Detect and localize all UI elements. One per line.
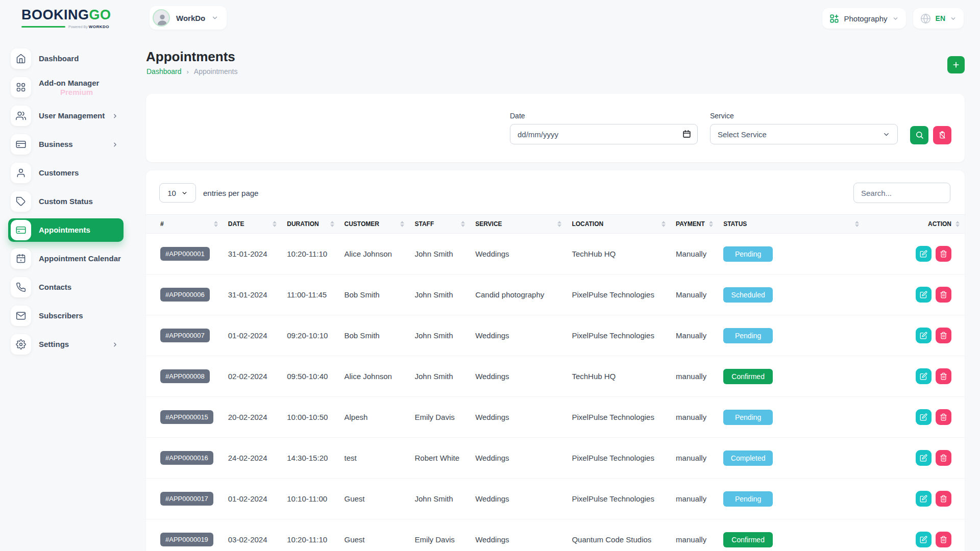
calendar-icon[interactable] [682,130,691,138]
delete-button[interactable] [936,328,951,343]
edit-button[interactable] [916,287,932,303]
sidebar: Dashboard Add-on Manager Premium User Ma… [0,47,134,361]
cell-service: Weddings [470,234,567,274]
edit-button[interactable] [916,532,932,547]
table-row: #APP00000701-02-202409:20-10:10Bob Smith… [146,315,965,356]
trash-icon [940,454,947,462]
sidebar-item-add-on-manager[interactable]: Add-on Manager Premium [8,76,124,99]
trash-icon [940,332,947,339]
table-row: #APP000001701-02-202410:10-11:00GuestJoh… [146,479,965,519]
workspace-dropdown[interactable]: WorkDo [150,6,227,30]
column-header-id[interactable]: # [146,215,223,234]
sidebar-item-settings[interactable]: Settings [8,333,124,356]
delete-button[interactable] [936,287,951,303]
edit-button[interactable] [916,491,932,507]
delete-button[interactable] [936,409,951,425]
cell-service: Weddings [470,356,567,397]
page-title: Appointments [146,49,235,65]
edit-button[interactable] [916,450,932,466]
avatar [153,9,170,27]
edit-button[interactable] [916,246,932,262]
column-header-location[interactable]: LOCATION [567,215,671,234]
breadcrumb-dashboard-link[interactable]: Dashboard [146,67,182,76]
page-size-select[interactable]: 10 [159,183,196,203]
appointment-id-badge: #APP000008 [160,369,210,383]
cell-staff: Emily Davis [409,519,470,551]
cell-service: Weddings [470,479,567,519]
add-appointment-button[interactable] [947,56,965,73]
sidebar-item-appointments[interactable]: Appointments [8,218,124,242]
cell-payment: manually [671,479,718,519]
sidebar-item-user-management[interactable]: User Management [8,104,124,128]
cell-staff: John Smith [409,315,470,356]
person-silhouette-icon [155,12,169,27]
edit-button[interactable] [916,368,932,384]
sort-arrows-icon [662,221,666,227]
premium-badge: Premium [39,88,99,96]
delete-button[interactable] [936,450,951,466]
delete-button[interactable] [936,532,951,547]
app-logo[interactable]: BOOKINGGO Powered By WORKDO [21,8,109,29]
sidebar-item-customers[interactable]: Customers [8,161,124,185]
cell-location: PixelPulse Technologies [567,397,671,438]
cell-duration: 10:20-11:10 [282,234,339,274]
column-header-service[interactable]: SERVICE [470,215,567,234]
chevron-down-icon [181,190,188,196]
language-dropdown[interactable]: EN [913,8,964,29]
table-search-input[interactable] [853,183,950,203]
filter-card: Date Service Select Service [146,94,965,162]
gear-icon [16,339,26,349]
module-label: Photography [844,14,887,23]
sidebar-item-business[interactable]: Business [8,133,124,156]
table-row: #APP00000802-02-202409:50-10:40Alice Joh… [146,356,965,397]
appointment-id-badge: #APP000007 [160,329,210,342]
delete-button[interactable] [936,368,951,384]
column-header-duration[interactable]: DURATION [282,215,339,234]
cell-service: Weddings [470,397,567,438]
sort-arrows-icon [709,221,713,227]
cell-location: PixelPulse Technologies [567,274,671,315]
sidebar-item-subscribers[interactable]: Subscribers [8,304,124,328]
delete-button[interactable] [936,246,951,262]
column-header-action[interactable]: ACTION [864,215,965,234]
appointment-id-badge: #APP000001 [160,247,210,261]
cell-service: Weddings [470,438,567,479]
module-dropdown[interactable]: Photography [822,8,905,29]
cell-customer: Alice Johnson [339,356,410,397]
delete-button[interactable] [936,491,951,507]
edit-icon [920,413,927,421]
column-header-status[interactable]: STATUS [718,215,864,234]
cell-location: Quantum Code Studios [567,519,671,551]
chevron-down-icon [892,15,899,22]
status-badge: Pending [723,410,773,425]
filter-reset-button[interactable] [933,126,951,144]
sidebar-item-dashboard[interactable]: Dashboard [8,47,124,70]
service-filter-value: Select Service [718,130,767,139]
service-filter-select[interactable]: Select Service [710,124,898,144]
column-header-staff[interactable]: STAFF [409,215,470,234]
column-header-payment[interactable]: PAYMENT [671,215,718,234]
cell-date: 31-01-2024 [223,234,282,274]
edit-icon [920,291,927,298]
edit-icon [920,250,927,258]
appointments-card-icon [16,225,26,235]
column-header-customer[interactable]: CUSTOMER [339,215,410,234]
breadcrumb-separator: › [187,68,189,76]
sidebar-item-contacts[interactable]: Contacts [8,276,124,299]
cell-date: 01-02-2024 [223,315,282,356]
edit-button[interactable] [916,409,932,425]
sidebar-item-custom-status[interactable]: Custom Status [8,190,124,213]
column-header-date[interactable]: DATE [223,215,282,234]
sidebar-item-appointment-calendar[interactable]: Appointment Calendar [8,247,124,270]
trash-icon [940,372,947,380]
appointment-id-badge: #APP0000015 [160,410,213,424]
status-badge: Scheduled [723,287,773,303]
table-row: #APP000001520-02-202410:00-10:50AlpeshEm… [146,397,965,438]
appointment-id-badge: #APP0000016 [160,451,213,465]
appointment-id-badge: #APP0000017 [160,492,213,506]
date-filter-input[interactable] [510,124,698,144]
edit-button[interactable] [916,328,932,343]
filter-search-button[interactable] [910,126,928,144]
breadcrumb: Dashboard › Appointments [146,67,237,76]
cell-payment: Manually [671,234,718,274]
